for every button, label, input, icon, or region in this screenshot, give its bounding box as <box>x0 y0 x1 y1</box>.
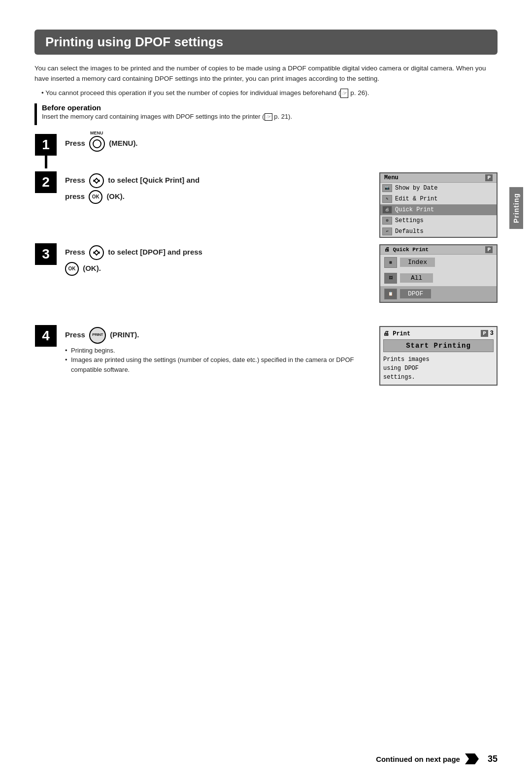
steps-container: 1 Press MENU (MENU). <box>34 134 498 407</box>
before-op-ref: ☞ <box>265 113 272 121</box>
menu-label: MENU <box>90 130 103 136</box>
print-screen-header: 🖨 Print P 3 <box>383 330 494 337</box>
menu-screen: Menu P 📷 Show by Date ✎ Edit & Print 🖨 Q… <box>379 172 498 238</box>
quickprint-screen: 🖨 Quick Print P ▦ Index 🖼 All 📋 DPOF <box>379 244 498 303</box>
step-4-bullet-1: Printing begins. <box>65 346 366 356</box>
menu-item-defaults: ↩ Defaults <box>380 226 497 237</box>
quickprint-icon: 🖨 <box>382 206 392 214</box>
step-3-row: 3 Press to select [DPOF] and press OK (O… <box>34 243 498 322</box>
continued-arrow-icon <box>465 753 479 764</box>
step-2-row: 2 Press to select [Quick Print] and pres… <box>34 171 498 240</box>
step-3-instruction2: OK (OK). <box>65 262 366 276</box>
step-4-row: 4 Press PRINT (PRINT). Printing begins. … <box>34 325 498 404</box>
quickprint-item-index: ▦ Index <box>380 255 497 270</box>
step-4-bullets: Printing begins. Images are printed usin… <box>65 346 366 375</box>
step-4-number: 4 <box>35 325 57 347</box>
before-operation: Before operation Insert the memory card … <box>34 103 498 125</box>
step-2-content: Press to select [Quick Print] and press … <box>57 171 374 213</box>
showbydate-icon: 📷 <box>382 184 392 192</box>
step-3-screen: 🖨 Quick Print P ▦ Index 🖼 All 📋 DPOF <box>379 243 498 303</box>
quickprint-item-all: 🖼 All <box>380 270 497 286</box>
intro-bullet: • You cannot proceed this operation if y… <box>41 88 498 98</box>
sidebar-printing-label: Printing <box>509 187 523 229</box>
step-4-num-col: 4 <box>34 325 57 347</box>
ok-button-icon-step2: OK <box>89 190 102 204</box>
step-3-num-col: 3 <box>34 243 57 265</box>
continued-text: Continued on next page <box>376 755 460 763</box>
intro-paragraph: You can select the images to be printed … <box>34 64 498 84</box>
step-1-num-col: 1 <box>34 134 57 168</box>
print-screen-body: Prints images using DPOF settings. <box>383 355 494 382</box>
step-2-screen: Menu P 📷 Show by Date ✎ Edit & Print 🖨 Q… <box>379 171 498 238</box>
continued-arrow <box>465 753 479 764</box>
step-1-row: 1 Press MENU (MENU). <box>34 134 498 168</box>
print-p-icon: P <box>481 330 488 337</box>
before-op-bar <box>34 103 37 125</box>
dpof-icon: 📋 <box>384 289 397 299</box>
print-button-icon: PRINT <box>89 327 106 344</box>
ref-icon: ☞ <box>340 89 348 98</box>
menu-item-editprint: ✎ Edit & Print <box>380 194 497 204</box>
step-4-screen: 🖨 Print P 3 Start Printing Prints images… <box>379 325 498 386</box>
nav-button-icon-step2 <box>89 173 104 188</box>
page-footer: Continued on next page 35 <box>34 753 498 764</box>
menu-item-quickprint: 🖨 Quick Print <box>380 204 497 215</box>
step-1-instruction: Press MENU (MENU). <box>65 136 490 152</box>
step-4-bullet-2: Images are printed using the settings (n… <box>65 355 366 374</box>
page-title: Printing using DPOF settings <box>45 34 487 50</box>
step-2-number: 2 <box>35 171 57 193</box>
step-3-instruction: Press to select [DPOF] and press <box>65 245 366 260</box>
before-op-text: Insert the memory card containing images… <box>42 113 292 121</box>
quickprint-screen-header: 🖨 Quick Print P <box>380 245 497 255</box>
menu-screen-p-icon: P <box>485 174 493 181</box>
menu-item-showbydate: 📷 Show by Date <box>380 183 497 194</box>
step-4-instruction: Press PRINT (PRINT). <box>65 327 366 344</box>
before-op-title: Before operation <box>42 103 292 112</box>
step-2-num-col: 2 <box>34 171 57 193</box>
editprint-icon: ✎ <box>382 195 392 203</box>
menu-button-icon <box>89 136 105 152</box>
quickprint-p-icon: P <box>485 246 493 253</box>
print-screen: 🖨 Print P 3 Start Printing Prints images… <box>379 326 498 386</box>
start-printing-button: Start Printing <box>383 339 494 352</box>
menu-screen-header: Menu P <box>380 173 497 183</box>
step-3-content: Press to select [DPOF] and press OK (OK)… <box>57 243 374 285</box>
settings-icon: ⚙ <box>382 217 392 225</box>
title-bar: Printing using DPOF settings <box>34 30 498 55</box>
page: Printing using DPOF settings You can sel… <box>0 0 532 784</box>
page-number: 35 <box>488 754 498 764</box>
ok-button-icon-step3: OK <box>65 262 79 276</box>
step-2-instruction: Press to select [Quick Print] and <box>65 173 366 188</box>
step-1-line <box>45 156 47 168</box>
step-1-number: 1 <box>35 134 57 156</box>
step-1-content: Press MENU (MENU). <box>57 134 498 168</box>
index-icon: ▦ <box>384 257 397 268</box>
step-4-content: Press PRINT (PRINT). Printing begins. Im… <box>57 325 374 382</box>
step-3-number: 3 <box>35 243 57 265</box>
step-2-instruction2: press OK (OK). <box>65 190 366 204</box>
defaults-icon: ↩ <box>382 228 392 235</box>
nav-button-icon-step3 <box>89 245 104 260</box>
menu-item-settings: ⚙ Settings <box>380 215 497 226</box>
quickprint-item-dpof: 📋 DPOF <box>380 286 497 302</box>
all-icon: 🖼 <box>384 273 397 284</box>
